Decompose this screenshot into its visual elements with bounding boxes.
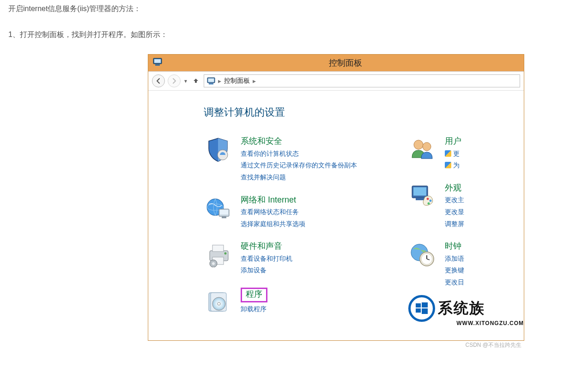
category-sublink[interactable]: 更换键 <box>445 265 464 276</box>
arrow-up-icon <box>193 77 199 84</box>
printer-icon <box>204 241 232 268</box>
category-users: 用户更为 <box>408 136 464 171</box>
svg-rect-25 <box>413 187 426 196</box>
category-sublink[interactable]: 查找并解决问题 <box>241 172 357 183</box>
category-shield: 系统和安全查看你的计算机状态通过文件历史记录保存你的文件备份副本查找并解决问题 <box>204 136 357 182</box>
category-printer: 硬件和声音查看设备和打印机添加设备 <box>204 241 357 276</box>
svg-rect-38 <box>422 308 428 314</box>
up-button[interactable] <box>191 77 201 85</box>
category-sublink[interactable]: 添加设备 <box>241 265 292 276</box>
category-sublink[interactable]: 选择家庭组和共享选项 <box>241 219 305 229</box>
watermark-logo: 系统族 WWW.XITONGZU.COM <box>408 295 524 326</box>
navigation-bar: ▼ ▸ 控制面板 ▸ <box>148 71 524 91</box>
breadcrumb-separator: ▸ <box>253 77 256 85</box>
system-icon <box>153 58 162 68</box>
article-intro: 开启internet信息服务(iis)管理器的方法： <box>8 3 588 15</box>
clock-icon <box>408 241 436 268</box>
svg-rect-10 <box>220 210 228 215</box>
watermark-badge-icon <box>408 295 435 322</box>
breadcrumb-root[interactable]: 控制面板 <box>224 77 250 85</box>
category-title[interactable]: 硬件和声音 <box>241 241 292 252</box>
category-title[interactable]: 时钟 <box>445 241 464 252</box>
svg-point-27 <box>427 197 429 200</box>
breadcrumb-separator: ▸ <box>218 77 221 85</box>
category-sublink[interactable]: 查看设备和打印机 <box>241 254 292 264</box>
svg-point-23 <box>423 142 431 151</box>
csdn-watermark: CSDN @不当拉跨先生 <box>465 341 521 349</box>
article-step1: 1、打开控制面板，找到并打开程序。如图所示： <box>8 29 588 41</box>
svg-rect-1 <box>154 59 161 63</box>
window-titlebar: 控制面板 <box>148 55 524 71</box>
address-bar[interactable]: ▸ 控制面板 ▸ <box>204 74 520 87</box>
category-sublink[interactable]: 添加语 <box>445 254 464 264</box>
category-sublink[interactable]: 查看网络状态和任务 <box>241 207 305 217</box>
control-panel-window: 控制面板 ▼ ▸ 控制面板 ▸ 调整计算机的 <box>148 54 524 341</box>
svg-rect-2 <box>155 64 160 66</box>
content-heading: 调整计算机的设置 <box>204 105 524 119</box>
disc-icon <box>204 288 232 314</box>
svg-rect-5 <box>209 83 213 85</box>
category-palette: 外观更改主更改显调整屏 <box>408 183 464 229</box>
category-globe: 网络和 Internet查看网络状态和任务选择家庭组和共享选项 <box>204 195 357 229</box>
watermark-brand: 系统族 <box>438 298 485 319</box>
svg-point-22 <box>414 140 423 149</box>
category-title[interactable]: 网络和 Internet <box>241 195 305 205</box>
svg-rect-37 <box>416 308 421 313</box>
arrow-left-icon <box>155 78 162 84</box>
category-sublink[interactable]: 通过文件历史记录保存你的文件备份副本 <box>241 160 357 171</box>
palette-icon <box>408 183 436 209</box>
back-button[interactable] <box>152 74 165 87</box>
category-disc: 程序卸载程序 <box>204 288 357 314</box>
arrow-right-icon <box>171 78 177 84</box>
category-title[interactable]: 系统和安全 <box>241 136 357 147</box>
svg-rect-13 <box>212 245 224 252</box>
svg-rect-11 <box>222 216 226 218</box>
category-sublink[interactable]: 卸载程序 <box>241 304 267 314</box>
users-icon <box>408 136 436 163</box>
svg-rect-4 <box>208 79 214 82</box>
svg-point-28 <box>430 199 432 202</box>
category-sublink[interactable]: 更改日 <box>445 277 464 288</box>
category-sublink[interactable]: 查看你的计算机状态 <box>241 149 357 159</box>
svg-point-21 <box>218 302 220 305</box>
category-sublink[interactable]: 更 <box>445 149 461 159</box>
control-panel-content: 调整计算机的设置 系统和安全查看你的计算机状态通过文件历史记录保存你的文件备份副… <box>148 91 524 340</box>
category-sublink[interactable]: 更改显 <box>445 207 464 217</box>
category-sublink[interactable]: 调整屏 <box>445 219 464 229</box>
history-dropdown-icon[interactable]: ▼ <box>183 79 188 84</box>
screenshot-container: 控制面板 ▼ ▸ 控制面板 ▸ 调整计算机的 <box>148 54 524 350</box>
svg-point-15 <box>224 252 227 255</box>
svg-rect-35 <box>416 303 421 308</box>
svg-point-17 <box>212 262 215 265</box>
category-title[interactable]: 用户 <box>445 136 461 147</box>
globe-icon <box>204 195 232 221</box>
category-clock: 时钟添加语更换键更改日 <box>408 241 464 287</box>
forward-button[interactable] <box>168 74 181 87</box>
control-panel-icon <box>207 77 215 85</box>
svg-rect-36 <box>422 302 428 308</box>
category-title[interactable]: 程序 <box>241 288 267 302</box>
category-sublink[interactable]: 为 <box>445 160 461 171</box>
shield-icon <box>204 136 232 163</box>
window-title: 控制面板 <box>167 57 524 68</box>
category-sublink[interactable]: 更改主 <box>445 195 464 205</box>
svg-point-29 <box>428 202 430 204</box>
svg-rect-26 <box>416 198 424 200</box>
category-title[interactable]: 外观 <box>445 183 464 193</box>
